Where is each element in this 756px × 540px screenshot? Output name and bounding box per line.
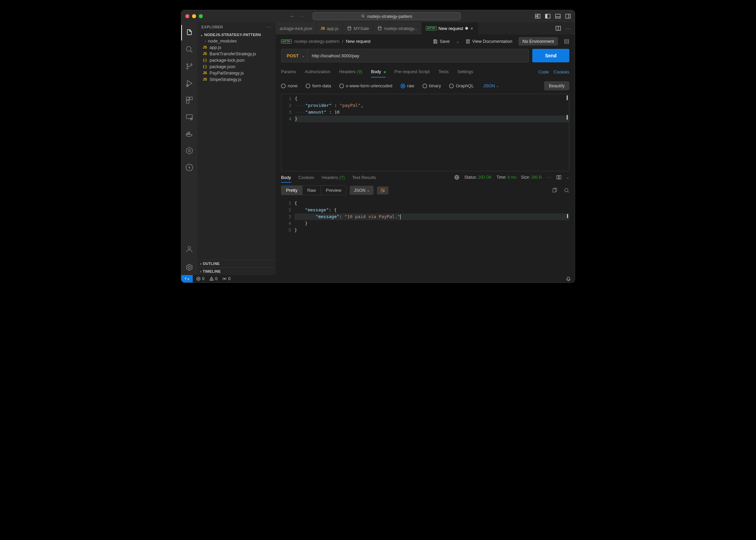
view-docs-button[interactable]: View Documentation (466, 39, 512, 44)
activity-settings[interactable] (181, 260, 197, 275)
layout-customize-icon[interactable] (535, 13, 540, 19)
tab-app-js[interactable]: JS app.js (317, 22, 343, 34)
tab-prerequest[interactable]: Pre-request Script (395, 66, 430, 78)
resp-tab-cookies[interactable]: Cookies (298, 175, 314, 180)
tree-file[interactable]: JS PayPalStrategy.js (200, 70, 276, 76)
toggle-panel-icon[interactable] (555, 13, 561, 19)
tree-file[interactable]: JS app.js (200, 44, 276, 51)
tree-file[interactable]: { } package.json (200, 63, 276, 70)
resp-more-icon[interactable]: ··· (546, 175, 552, 180)
text-cursor (400, 214, 401, 219)
radio-label: GraphQL (456, 83, 474, 88)
resp-tab-tests[interactable]: Test Results (352, 175, 376, 180)
radio-raw[interactable]: raw (401, 83, 414, 88)
globe-icon[interactable] (454, 175, 460, 180)
activity-scm[interactable] (181, 59, 197, 74)
port-status[interactable]: 0 (222, 276, 230, 281)
tree-file[interactable]: JS BankTransferStrategy.js (200, 51, 276, 57)
errors-count[interactable]: 0 (196, 276, 204, 281)
close-tab[interactable]: × (470, 26, 474, 31)
tab-settings[interactable]: Settings (458, 66, 473, 78)
save-button[interactable]: Save (433, 39, 450, 44)
radio-form-data[interactable]: form-data (306, 83, 331, 88)
nav-forward[interactable]: → (299, 13, 305, 19)
brace: { (295, 96, 297, 101)
tree-folder[interactable]: › node_modules (200, 38, 276, 44)
more-actions-icon[interactable]: ··· (566, 26, 571, 31)
warnings-count[interactable]: 0 (209, 276, 218, 281)
tab-headers-lbl: Headers (339, 69, 356, 74)
copy-response-icon[interactable] (552, 188, 557, 193)
code-link[interactable]: Code (538, 69, 549, 74)
activity-extensions[interactable] (181, 92, 197, 108)
cookies-link[interactable]: Cookies (554, 69, 569, 74)
command-center[interactable]: nodejs-strategy-pattern (313, 12, 461, 20)
view-raw[interactable]: Raw (303, 186, 321, 195)
url-input[interactable]: http://localhost:3000/pay (308, 53, 529, 58)
minimap[interactable] (564, 95, 568, 170)
activity-kubernetes[interactable] (181, 143, 197, 158)
close-window[interactable] (185, 14, 189, 18)
tree-file[interactable]: { } package-lock.json (200, 57, 276, 63)
search-response-icon[interactable] (564, 188, 569, 193)
collapse-response-icon[interactable]: ⌄ (566, 175, 569, 180)
radio-graphql[interactable]: GraphQL (449, 83, 474, 88)
remote-indicator[interactable] (181, 275, 193, 282)
resp-layout-icon[interactable] (557, 175, 561, 180)
tab-nodejs-strategy[interactable]: nodejs-strategy... (373, 22, 422, 34)
resp-tab-headers[interactable]: Headers (7) (322, 175, 345, 180)
radio-xwww[interactable]: x-www-form-urlencoded (339, 83, 392, 88)
radio-none[interactable]: none (281, 83, 297, 88)
activity-search[interactable] (181, 42, 197, 57)
minimize-window[interactable] (192, 14, 196, 18)
nav-back[interactable]: ← (290, 13, 295, 19)
send-button[interactable]: Send (532, 49, 569, 62)
tree-file[interactable]: JS StripeStrategy.js (200, 76, 276, 83)
request-body-editor[interactable]: 1234 {····"provider" : "payPal",····"amo… (281, 94, 569, 171)
split-editor-icon[interactable] (556, 26, 561, 31)
notifications-icon[interactable] (566, 276, 571, 281)
activity-docker[interactable] (181, 126, 197, 142)
response-body-viewer[interactable]: 12345 { "message": { "message": "10 paid… (281, 199, 569, 236)
tab-mysale[interactable]: MYSale (343, 22, 374, 34)
toggle-sidebar-icon[interactable] (545, 13, 550, 19)
code-body[interactable]: { "message": { "message": "10 paid via P… (294, 199, 569, 236)
activity-debug[interactable] (181, 76, 197, 91)
js-icon: JS (202, 46, 208, 49)
outline-section[interactable]: › OUTLINE (197, 260, 276, 267)
chevron-down-icon: ⌄ (496, 84, 499, 88)
maximize-window[interactable] (199, 14, 203, 18)
tab-tests[interactable]: Tests (438, 66, 448, 78)
toggle-secondary-sidebar-icon[interactable] (565, 13, 571, 19)
save-dropdown[interactable]: ⌄ (456, 39, 460, 44)
tab-new-request[interactable]: HTTP New request × (422, 22, 478, 34)
environment-selector[interactable]: No Environment (518, 37, 558, 46)
activity-account[interactable] (181, 241, 197, 257)
explorer-more-icon[interactable]: ··· (266, 25, 272, 29)
radio-binary[interactable]: binary (422, 83, 441, 88)
view-preview[interactable]: Preview (321, 186, 346, 195)
env-settings-icon[interactable] (564, 39, 569, 44)
resp-tab-body[interactable]: Body (281, 175, 291, 180)
tab-params[interactable]: Params (281, 66, 296, 78)
tab-headers[interactable]: Headers (9) (339, 66, 363, 78)
format-selector[interactable]: JSON ⌄ (483, 83, 499, 88)
tab-body[interactable]: Body (371, 66, 385, 78)
beautify-button[interactable]: Beautify (544, 81, 569, 90)
activity-remote[interactable] (181, 109, 197, 125)
explorer-root[interactable]: ⌄ NODEJS-STRATEGY-PATTERN (197, 32, 276, 38)
tab-package-lock[interactable]: ackage-lock.json (276, 22, 317, 34)
tab-auth[interactable]: Authorization (305, 66, 330, 78)
timeline-section[interactable]: › TIMELINE (197, 267, 276, 275)
code-body[interactable]: {····"provider" : "payPal",····"amount" … (295, 94, 569, 171)
editor-tabs: ackage-lock.json JS app.js MYSale nodejs… (276, 22, 575, 34)
activity-explorer[interactable] (181, 25, 197, 40)
view-pretty[interactable]: Pretty (281, 186, 303, 195)
breadcrumb-collection[interactable]: nodejs-strategy-pattern (294, 39, 340, 44)
word-wrap-toggle[interactable] (377, 186, 388, 194)
minimap[interactable] (565, 200, 568, 234)
svg-point-13 (187, 64, 188, 65)
activity-thunder[interactable] (181, 160, 197, 175)
method-selector[interactable]: POST ⌄ (281, 53, 307, 58)
response-format[interactable]: JSON ⌄ (350, 186, 374, 195)
